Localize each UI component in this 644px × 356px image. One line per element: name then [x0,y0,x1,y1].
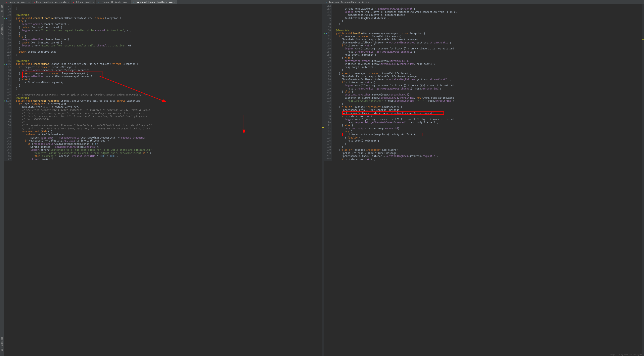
code-line[interactable]: RpcFailure resp = (RpcFailure) message; [333,152,644,155]
code-line[interactable]: public void userEventTriggered(ChannelHa… [13,100,324,103]
code-line[interactable] [13,5,324,7]
code-line[interactable]: logger.error("Connection to {} has been … [13,149,324,152]
code-line[interactable]: if (listener == null) { [333,115,644,118]
code-line[interactable]: @Override [13,97,324,100]
code-line[interactable]: try { [13,20,324,23]
code-line[interactable]: super.channelInactive(ctx); [13,51,324,54]
sidebar-favorites[interactable]: 2: Favorites [1,336,3,352]
code-line[interactable]: @Override [13,14,324,17]
code-line[interactable]: synchronized (this) { [13,130,324,133]
code-line[interactable]: String address = getRemoteAddress(ctx.ch… [13,146,324,149]
code-line[interactable]: if (listener == null) { [333,44,644,47]
code-line[interactable]: } else if (message instanceof RpcRespons… [333,106,644,109]
code-line[interactable]: try { [333,130,644,133]
code-line[interactable]: RpcResponseCallback listener = outstandi… [333,155,644,158]
code-line[interactable]: resp.body().release(); [333,139,644,142]
tab-transportchannelhandler-java[interactable]: ☕TransportChannelHandler.java× [131,0,177,4]
code-line[interactable]: /** Triggered based on events from an {@… [13,93,324,96]
close-icon[interactable]: × [68,1,69,3]
code-line[interactable] [333,5,644,7]
code-line[interactable]: } [333,143,644,146]
code-line[interactable]: } else if (message instanceof RpcFailure… [333,149,644,152]
code-line[interactable]: ChunkReceivedCallback listener = outstan… [333,78,644,81]
left-code[interactable]: } @Override public void channelInactive(… [12,5,324,161]
code-line[interactable]: System.nanoTime() - responseHandler.getT… [13,136,324,139]
code-line[interactable]: if (listener == null) { [333,81,644,84]
code-line[interactable]: responseHandler.handle((ResponseMessage)… [13,75,324,78]
code-line[interactable]: resp.body().release(); [333,66,644,69]
code-line[interactable]: if (e.state() == IdleState.ALL_IDLE && i… [13,139,324,142]
code-line[interactable]: } [13,47,324,50]
code-line[interactable]: "this is wrong.", address, requestTimeou… [13,155,324,158]
code-line[interactable]: IdleStateEvent e = (IdleStateEvent) evt; [13,106,324,109]
code-line[interactable]: ChunkFetchSuccess resp = (ChunkFetchSucc… [333,38,644,41]
code-line[interactable] [13,57,324,60]
close-icon[interactable]: × [92,1,94,3]
code-line[interactable]: if (listener == null) { [333,158,644,161]
code-line[interactable]: } [333,23,644,26]
code-line[interactable]: if (request instanceof RequestMessage) { [13,66,324,69]
code-line[interactable]: requestHandler.channelInactive(); [13,23,324,26]
code-line[interactable]: } [333,69,644,72]
right-code[interactable]: String remoteAddress = getRemoteAddress(… [332,5,644,161]
tab-outbox-scala[interactable]: ◉Outbox.scala× [71,0,96,4]
code-line[interactable]: logger.error("Still have {} requests out… [333,11,644,14]
code-line[interactable]: } else { [333,90,644,93]
code-line[interactable]: resp.requestId, getRemoteAddress(channel… [333,121,644,124]
code-line[interactable]: } else { [13,78,324,81]
code-line[interactable]: logger.error("Exception from response ha… [13,44,324,47]
sidebar-structure[interactable]: 7: Structure [1,24,3,40]
code-line[interactable]: logger.warn("Ignoring response for block… [333,47,644,50]
code-line[interactable]: boolean isActuallyOverdue = [13,133,324,136]
code-line[interactable]: if (message instanceof ChunkFetchSuccess… [333,35,644,38]
code-line[interactable]: // there's no race between the idle time… [13,115,324,118]
code-line[interactable]: ChunkReceivedCallback listener = outstan… [333,41,644,44]
close-icon[interactable]: × [128,1,129,3]
code-line[interactable]: } else if (message instanceof ChunkFetch… [333,72,644,75]
left-editor[interactable]: 9798991001011021031041051061071081091101… [4,5,324,356]
code-line[interactable]: if (responseHandler.numOutstandingReques… [13,143,324,146]
code-line[interactable]: failOutstandingRequests(cause); [333,17,644,20]
code-line[interactable]: } [333,146,644,149]
code-line[interactable]: } [333,20,644,23]
close-icon[interactable]: × [174,1,175,3]
code-line[interactable]: } else { [333,57,644,60]
code-line[interactable]: responseHandler.channelInactive(); [13,38,324,41]
code-line[interactable]: // See class comment for timeout semanti… [13,109,324,112]
code-line[interactable] [333,26,644,29]
tab-transportclient-java[interactable]: ☕TransportClient.java× [96,0,131,4]
code-line[interactable]: @Override [13,60,324,63]
code-line[interactable]: resp.streamChunkId, getRemoteAddress(cha… [333,87,644,90]
code-line[interactable]: RpcResponseCallback listener = outstandi… [333,112,644,115]
code-line[interactable]: ctx.fireChannelRead(request); [13,81,324,84]
code-line[interactable]: client.timeOut(); [13,158,324,161]
code-line[interactable]: RpcResponse resp = (RpcResponse) message… [333,109,644,112]
code-line[interactable]: logger.error("Exception from request han… [13,29,324,32]
right-minimap[interactable] [642,5,644,356]
code-line[interactable]: } else if (request instanceof ResponseMe… [13,72,324,75]
code-line[interactable]: listener.onSuccess(resp.body().nioByteBu… [333,133,644,136]
code-line[interactable]: } else { [333,124,644,127]
close-icon[interactable]: × [28,1,30,3]
code-line[interactable]: } [333,103,644,106]
code-line[interactable]: } [13,32,324,35]
code-line[interactable]: } [13,84,324,87]
code-line[interactable]: resp.streamChunkId, getRemoteAddress(cha… [333,51,644,54]
code-line[interactable] [13,90,324,93]
code-line[interactable]: } [13,54,324,56]
tab-transportresponsehandler-java[interactable]: ☕TransportResponseHandler.java× [324,0,371,4]
code-line[interactable]: listener.onSuccess(resp.streamChunkId.ch… [333,63,644,66]
code-line[interactable]: public void channelInactive(ChannelHandl… [13,17,324,20]
code-line[interactable]: @Override [333,29,644,32]
code-line[interactable]: } [13,7,324,10]
code-line[interactable]: public void channelRead(ChannelHandlerCo… [13,63,324,66]
right-editor[interactable]: 1521531541551561571581591601611621631641… [324,5,644,356]
code-line[interactable]: logger.warn("Ignoring response for block… [333,84,644,87]
code-line[interactable]: requestHandler.handle((RequestMessage) r… [13,69,324,72]
tab-heartbeatreceiver-scala[interactable]: ◉HeartbeatReceiver.scala× [32,0,71,4]
code-line[interactable]: } finally { [333,136,644,139]
code-line[interactable]: listener.onFailure(resp.streamChunkId.ch… [333,97,644,100]
code-line[interactable]: // result in an inactive client being re… [13,127,324,130]
code-line[interactable]: } catch (RuntimeException e) { [13,41,324,44]
code-line[interactable]: // [13,121,324,124]
